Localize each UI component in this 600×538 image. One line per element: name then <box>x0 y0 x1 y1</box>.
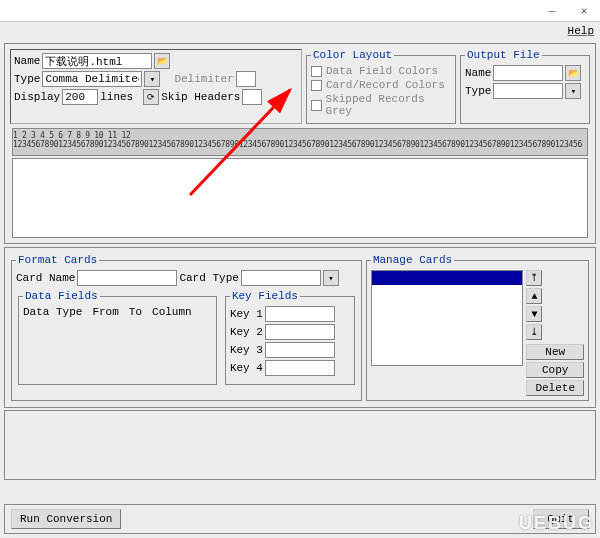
col-column: Column <box>152 306 192 318</box>
key-fields-legend: Key Fields <box>230 290 300 302</box>
menubar: Help <box>0 22 600 40</box>
display-lines-input[interactable] <box>62 89 98 105</box>
card-type-input[interactable] <box>241 270 321 286</box>
type-dropdown-icon[interactable]: ▾ <box>144 71 160 87</box>
output-type-dropdown-icon[interactable]: ▾ <box>565 83 581 99</box>
data-field-colors-label: Data Field Colors <box>326 65 438 77</box>
output-file-group: Output File Name 📂 Type ▾ <box>460 49 590 124</box>
skipped-records-grey-label: Skipped Records Grey <box>326 93 451 117</box>
open-file-icon[interactable]: 📂 <box>154 53 170 69</box>
type-label: Type <box>14 73 40 85</box>
delimiter-input <box>236 71 256 87</box>
data-field-colors-checkbox[interactable] <box>311 66 322 77</box>
card-record-colors-checkbox[interactable] <box>311 80 322 91</box>
output-type-input[interactable] <box>493 83 563 99</box>
move-up-icon[interactable]: ▲ <box>526 288 542 304</box>
key4-label: Key 4 <box>230 362 263 374</box>
refresh-icon[interactable]: ⟳ <box>143 89 159 105</box>
color-layout-group: Color Layout Data Field Colors Card/Reco… <box>306 49 456 124</box>
ruler-units: 1234567890123456789012345678901234567890… <box>13 140 587 149</box>
log-area <box>4 410 596 480</box>
close-button[interactable]: ✕ <box>568 0 600 22</box>
key-fields-group: Key Fields Key 1 Key 2 Key 3 Key 4 <box>225 290 355 385</box>
delimiter-label: Delimiter <box>174 73 233 85</box>
data-preview[interactable] <box>12 158 588 238</box>
new-button[interactable]: New <box>526 344 584 360</box>
data-fields-group: Data Fields Data Type From To Column <box>18 290 217 385</box>
format-cards-legend: Format Cards <box>16 254 99 266</box>
data-fields-legend: Data Fields <box>23 290 100 302</box>
minimize-button[interactable]: — <box>536 0 568 22</box>
card-name-label: Card Name <box>16 272 75 284</box>
selected-card-row[interactable] <box>372 271 522 285</box>
ruler: 1 2 3 4 5 6 7 8 9 10 11 12 1234567890123… <box>12 128 588 156</box>
move-down-icon[interactable]: ▼ <box>526 306 542 322</box>
output-type-label: Type <box>465 85 491 97</box>
card-type-dropdown-icon[interactable]: ▾ <box>323 270 339 286</box>
col-to: To <box>129 306 142 318</box>
key1-label: Key 1 <box>230 308 263 320</box>
manage-cards-group: Manage Cards ⤒ ▲ ▼ ⤓ New Copy Delete <box>366 254 589 401</box>
manage-cards-legend: Manage Cards <box>371 254 454 266</box>
quit-button[interactable]: Quit <box>533 509 589 529</box>
color-layout-legend: Color Layout <box>311 49 394 61</box>
ruler-tens: 1 2 3 4 5 6 7 8 9 10 11 12 <box>13 131 587 140</box>
manage-cards-list[interactable] <box>371 270 523 366</box>
output-name-label: Name <box>465 67 491 79</box>
key4-input[interactable] <box>265 360 335 376</box>
move-top-icon[interactable]: ⤒ <box>526 270 542 286</box>
key3-label: Key 3 <box>230 344 263 356</box>
card-name-input[interactable] <box>77 270 177 286</box>
copy-button[interactable]: Copy <box>526 362 584 378</box>
lines-label: lines <box>100 91 133 103</box>
run-conversion-button[interactable]: Run Conversion <box>11 509 121 529</box>
col-data-type: Data Type <box>23 306 82 318</box>
output-open-icon[interactable]: 📂 <box>565 65 581 81</box>
display-label: Display <box>14 91 60 103</box>
skipped-records-grey-checkbox[interactable] <box>311 100 322 111</box>
output-name-input[interactable] <box>493 65 563 81</box>
menu-help[interactable]: Help <box>568 25 594 37</box>
move-bottom-icon[interactable]: ⤓ <box>526 324 542 340</box>
name-input[interactable] <box>42 53 152 69</box>
type-input[interactable] <box>42 71 142 87</box>
skip-headers-label: Skip Headers <box>161 91 240 103</box>
key3-input[interactable] <box>265 342 335 358</box>
key2-input[interactable] <box>265 324 335 340</box>
titlebar: — ✕ <box>0 0 600 22</box>
skip-headers-input[interactable] <box>242 89 262 105</box>
card-record-colors-label: Card/Record Colors <box>326 79 445 91</box>
name-label: Name <box>14 55 40 67</box>
delete-button[interactable]: Delete <box>526 380 584 396</box>
output-file-legend: Output File <box>465 49 542 61</box>
col-from: From <box>92 306 118 318</box>
format-cards-group: Format Cards Card Name Card Type ▾ Data … <box>11 254 362 401</box>
key2-label: Key 2 <box>230 326 263 338</box>
card-type-label: Card Type <box>179 272 238 284</box>
key1-input[interactable] <box>265 306 335 322</box>
